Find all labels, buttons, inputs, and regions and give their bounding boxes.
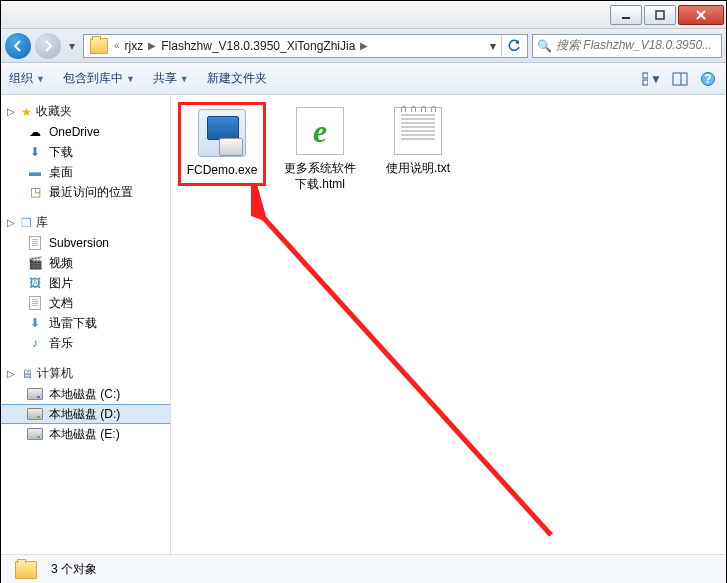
titlebar: [1, 1, 726, 29]
breadcrumb-parent[interactable]: rjxz: [122, 39, 147, 53]
drive-icon: [27, 428, 43, 440]
file-item[interactable]: FCDemo.exe: [183, 107, 261, 181]
back-button[interactable]: [5, 33, 31, 59]
txt-icon: [394, 107, 442, 155]
sidebar-item-desktop[interactable]: ▬桌面: [1, 162, 170, 182]
minimize-button[interactable]: [610, 5, 642, 25]
collapse-icon: ▷: [7, 368, 17, 379]
collapse-icon: ▷: [7, 106, 17, 117]
library-icon: ❐: [21, 216, 32, 230]
collapse-icon: ▷: [7, 217, 17, 228]
computer-header[interactable]: ▷ 🖥 计算机: [1, 363, 170, 384]
sidebar-item-drive-c[interactable]: 本地磁盘 (C:): [1, 384, 170, 404]
sidebar-item-recent[interactable]: ◳最近访问的位置: [1, 182, 170, 202]
sidebar-item-videos[interactable]: 🎬视频: [1, 253, 170, 273]
file-name: 更多系统软件下载.html: [281, 161, 359, 192]
help-button[interactable]: ?: [698, 69, 718, 89]
video-icon: 🎬: [27, 256, 43, 270]
nav-history-dropdown[interactable]: ▾: [65, 36, 79, 56]
drive-icon: [27, 408, 43, 420]
html-icon: [296, 107, 344, 155]
picture-icon: 🖼: [27, 276, 43, 290]
search-placeholder: 搜索 Flashzhw_V18.0.3950...: [556, 37, 712, 54]
address-bar[interactable]: « rjxz ▶ Flashzhw_V18.0.3950_XiTongZhiJi…: [83, 34, 528, 58]
drive-icon: [27, 388, 43, 400]
music-icon: ♪: [27, 336, 43, 350]
address-dropdown[interactable]: ▾: [485, 39, 501, 53]
breadcrumb-sep[interactable]: ▶: [358, 40, 370, 51]
include-menu[interactable]: 包含到库中▼: [63, 70, 135, 87]
refresh-button[interactable]: [501, 34, 525, 58]
maximize-button[interactable]: [644, 5, 676, 25]
view-options-button[interactable]: ▼: [642, 69, 662, 89]
breadcrumb-sep[interactable]: ▶: [146, 40, 158, 51]
sidebar: ▷ ★ 收藏夹 ☁OneDrive ⬇下载 ▬桌面 ◳最近访问的位置 ▷ ❐ 库…: [1, 95, 171, 554]
onedrive-icon: ☁: [27, 125, 43, 139]
svg-line-12: [261, 215, 551, 535]
desktop-icon: ▬: [27, 165, 43, 179]
content-pane[interactable]: FCDemo.exe 更多系统软件下载.html 使用说明.txt: [171, 95, 726, 554]
svg-rect-6: [643, 80, 648, 85]
computer-icon: 🖥: [21, 367, 33, 381]
sidebar-item-documents[interactable]: 文档: [1, 293, 170, 313]
breadcrumb-current[interactable]: Flashzhw_V18.0.3950_XiTongZhiJia: [158, 39, 358, 53]
file-item[interactable]: 更多系统软件下载.html: [281, 107, 359, 192]
sidebar-item-pictures[interactable]: 🖼图片: [1, 273, 170, 293]
toolbar: 组织▼ 包含到库中▼ 共享▼ 新建文件夹 ▼ ?: [1, 63, 726, 95]
xunlei-icon: ⬇: [27, 316, 43, 330]
recent-icon: ◳: [27, 185, 43, 199]
page-icon: [29, 236, 41, 250]
star-icon: ★: [21, 105, 32, 119]
file-name: 使用说明.txt: [379, 161, 457, 177]
sidebar-item-drive-e[interactable]: 本地磁盘 (E:): [1, 424, 170, 444]
sidebar-item-onedrive[interactable]: ☁OneDrive: [1, 122, 170, 142]
favorites-header[interactable]: ▷ ★ 收藏夹: [1, 101, 170, 122]
svg-text:?: ?: [704, 72, 711, 86]
annotation-arrow: [251, 185, 591, 565]
preview-pane-button[interactable]: [670, 69, 690, 89]
document-icon: [29, 296, 41, 310]
libraries-header[interactable]: ▷ ❐ 库: [1, 212, 170, 233]
body: ▷ ★ 收藏夹 ☁OneDrive ⬇下载 ▬桌面 ◳最近访问的位置 ▷ ❐ 库…: [1, 95, 726, 554]
folder-icon: [15, 561, 37, 579]
file-item[interactable]: 使用说明.txt: [379, 107, 457, 177]
svg-rect-4: [643, 73, 648, 78]
sidebar-item-subversion[interactable]: Subversion: [1, 233, 170, 253]
newfolder-button[interactable]: 新建文件夹: [207, 70, 267, 87]
sidebar-item-xunlei[interactable]: ⬇迅雷下载: [1, 313, 170, 333]
forward-button[interactable]: [35, 33, 61, 59]
search-input[interactable]: 🔍 搜索 Flashzhw_V18.0.3950...: [532, 34, 722, 58]
sidebar-item-downloads[interactable]: ⬇下载: [1, 142, 170, 162]
downloads-icon: ⬇: [27, 145, 43, 159]
navbar: ▾ « rjxz ▶ Flashzhw_V18.0.3950_XiTongZhi…: [1, 29, 726, 63]
file-name: FCDemo.exe: [183, 163, 261, 179]
folder-icon: [90, 38, 108, 54]
exe-icon: [198, 109, 246, 157]
svg-rect-1: [656, 11, 664, 19]
status-count: 3 个对象: [51, 561, 97, 578]
organize-menu[interactable]: 组织▼: [9, 70, 45, 87]
svg-rect-8: [673, 73, 687, 85]
sidebar-item-music[interactable]: ♪音乐: [1, 333, 170, 353]
sidebar-item-drive-d[interactable]: 本地磁盘 (D:): [1, 404, 170, 424]
share-menu[interactable]: 共享▼: [153, 70, 189, 87]
statusbar: 3 个对象: [1, 554, 726, 583]
search-icon: 🔍: [537, 39, 552, 53]
explorer-window: ▾ « rjxz ▶ Flashzhw_V18.0.3950_XiTongZhi…: [0, 0, 727, 583]
close-button[interactable]: [678, 5, 724, 25]
breadcrumb-sep: «: [112, 40, 122, 51]
